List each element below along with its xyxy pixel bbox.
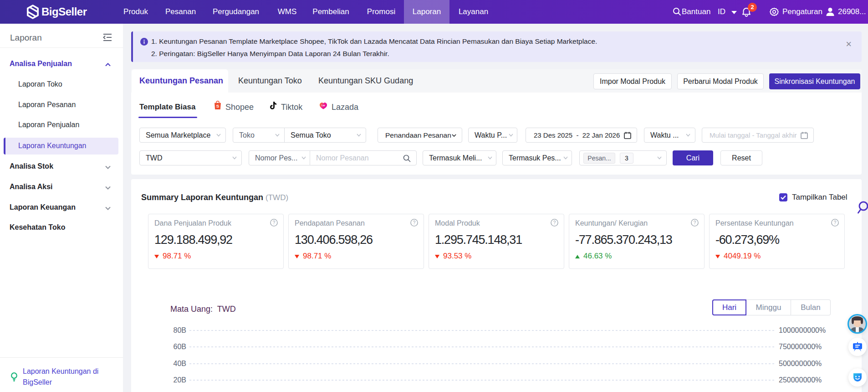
svg-text:?: ? [834,220,837,225]
svg-text:S: S [216,103,220,108]
svg-text:Laz: Laz [322,104,325,107]
svg-text:?: ? [694,220,696,225]
svg-text:?: ? [553,220,556,225]
svg-text:?: ? [273,220,276,225]
svg-text:?: ? [413,220,416,225]
